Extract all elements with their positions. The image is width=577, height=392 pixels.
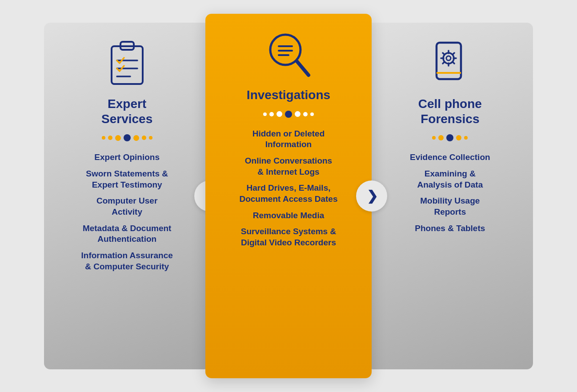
svg-line-18 <box>443 53 445 55</box>
arrow-middle-to-right[interactable]: ❯ <box>356 180 387 212</box>
list-item: Expert Opinions <box>94 152 160 163</box>
magnifier-icon <box>262 27 315 80</box>
expert-services-title: ExpertServices <box>101 96 152 126</box>
svg-line-20 <box>453 53 454 55</box>
list-item: Information Assurance& Computer Security <box>81 250 173 272</box>
list-item: Surveillance Systems &Digital Video Reco… <box>241 226 336 248</box>
card-investigations: Investigations Hidden or DeletedInformat… <box>205 14 371 378</box>
svg-rect-0 <box>112 46 143 84</box>
list-item: Hidden or DeletedInformation <box>252 128 325 150</box>
list-item: Computer UserActivity <box>96 196 157 217</box>
cell-phone-forensics-dots <box>432 134 468 141</box>
card-expert-services: ExpertServices Expert Opinions Sworn Sta… <box>44 23 210 369</box>
list-item: Removable Media <box>253 210 325 221</box>
list-item: Online Conversations& Internet Logs <box>245 156 332 177</box>
expert-services-items: Expert Opinions Sworn Statements &Expert… <box>55 152 199 272</box>
list-item: Phones & Tablets <box>415 223 485 234</box>
card-cell-phone-forensics: Cell phoneForensics Evidence Collection … <box>367 23 533 369</box>
phone-gear-icon <box>423 36 477 89</box>
svg-line-21 <box>443 62 445 64</box>
list-item: Sworn Statements &Expert Testimony <box>86 168 168 190</box>
list-item: Examining &Analysis of Data <box>417 168 483 190</box>
investigations-dots <box>263 111 314 118</box>
clipboard-icon <box>100 36 154 89</box>
cell-phone-forensics-title: Cell phoneForensics <box>418 96 482 126</box>
list-item: Mobility UsageReports <box>420 196 480 217</box>
list-item: Hard Drives, E-Mails,Document Access Dat… <box>239 183 337 204</box>
chevron-right-icon: ❯ <box>367 189 378 203</box>
main-container: ExpertServices Expert Opinions Sworn Sta… <box>44 14 533 378</box>
svg-line-19 <box>453 62 454 64</box>
list-item: Metadata & DocumentAuthentication <box>83 223 172 245</box>
list-item: Evidence Collection <box>410 152 490 163</box>
investigations-title: Investigations <box>247 88 330 103</box>
svg-line-9 <box>297 61 309 75</box>
investigations-items: Hidden or DeletedInformation Online Conv… <box>216 128 361 248</box>
svg-point-13 <box>446 56 451 60</box>
expert-services-dots <box>102 134 152 141</box>
cell-phone-forensics-items: Evidence Collection Examining &Analysis … <box>378 152 522 234</box>
